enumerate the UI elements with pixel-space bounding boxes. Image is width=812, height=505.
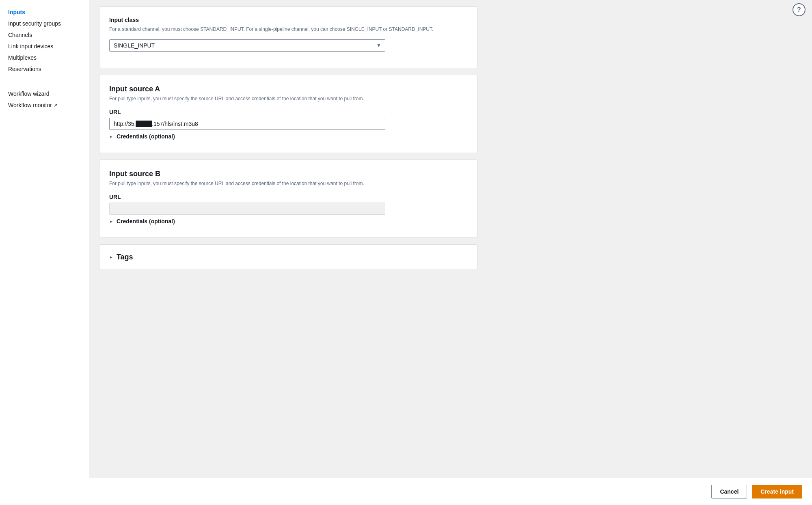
sidebar-item-channels[interactable]: Channels bbox=[0, 29, 89, 41]
sidebar-item-link-input-devices[interactable]: Link input devices bbox=[0, 41, 89, 52]
tags-title: Tags bbox=[117, 253, 133, 261]
input-source-a-url-label: URL bbox=[109, 109, 467, 115]
input-class-select[interactable]: SINGLE_INPUT STANDARD_INPUT bbox=[109, 39, 385, 52]
sidebar-item-workflow-wizard[interactable]: Workflow wizard bbox=[0, 88, 89, 99]
sidebar-item-input-security-groups[interactable]: Input security groups bbox=[0, 18, 89, 29]
help-button[interactable]: ? bbox=[793, 3, 806, 16]
external-link-icon: ↗ bbox=[54, 103, 57, 108]
chevron-right-tags-icon: ► bbox=[109, 255, 113, 259]
input-source-b-url-input[interactable] bbox=[109, 203, 385, 215]
input-class-select-wrapper: SINGLE_INPUT STANDARD_INPUT ▼ bbox=[109, 39, 385, 52]
input-source-a-title: Input source A bbox=[109, 85, 467, 93]
input-source-b-card: Input source B For pull type inputs, you… bbox=[99, 160, 477, 238]
input-source-b-url-section: URL bbox=[109, 194, 467, 215]
input-class-group: Input class For a standard channel, you … bbox=[109, 17, 467, 52]
sidebar-item-multiplexes[interactable]: Multiplexes bbox=[0, 52, 89, 63]
chevron-right-icon-b: ► bbox=[109, 219, 113, 224]
input-source-b-credentials-toggle[interactable]: ► Credentials (optional) bbox=[109, 215, 467, 228]
input-source-a-url-input[interactable] bbox=[109, 118, 385, 130]
input-class-description: For a standard channel, you must choose … bbox=[109, 26, 467, 33]
sidebar-nav-group1: Inputs Input security groups Channels Li… bbox=[0, 6, 89, 75]
main-content: Input class For a standard channel, you … bbox=[89, 0, 812, 505]
input-source-a-card: Input source A For pull type inputs, you… bbox=[99, 75, 477, 153]
sidebar-item-workflow-monitor[interactable]: Workflow monitor ↗ bbox=[0, 99, 89, 111]
input-source-a-credentials-toggle[interactable]: ► Credentials (optional) bbox=[109, 130, 467, 143]
content-wrapper: Input class For a standard channel, you … bbox=[89, 0, 487, 283]
input-class-label: Input class bbox=[109, 17, 467, 23]
question-mark-icon: ? bbox=[797, 6, 801, 13]
sidebar-nav-group2: Workflow wizard Workflow monitor ↗ bbox=[0, 88, 89, 111]
cancel-button[interactable]: Cancel bbox=[711, 485, 747, 499]
input-source-b-title: Input source B bbox=[109, 170, 467, 178]
input-source-a-description: For pull type inputs, you must specify t… bbox=[109, 95, 467, 102]
input-class-card: Input class For a standard channel, you … bbox=[99, 6, 477, 68]
sidebar-item-inputs[interactable]: Inputs bbox=[0, 6, 89, 18]
input-source-b-description: For pull type inputs, you must specify t… bbox=[109, 180, 467, 187]
input-source-b-url-label: URL bbox=[109, 194, 467, 200]
chevron-right-icon: ► bbox=[109, 134, 113, 139]
tags-card: ► Tags bbox=[99, 244, 477, 270]
footer-bar: Cancel Create input bbox=[89, 478, 812, 505]
help-icon-container: ? bbox=[793, 3, 806, 16]
sidebar: Inputs Input security groups Channels Li… bbox=[0, 0, 89, 505]
sidebar-divider bbox=[8, 83, 81, 83]
input-source-b-credentials-label: Credentials (optional) bbox=[117, 218, 175, 224]
input-source-a-url-section: URL bbox=[109, 109, 467, 130]
create-input-button[interactable]: Create input bbox=[752, 485, 802, 499]
sidebar-item-reservations[interactable]: Reservations bbox=[0, 63, 89, 75]
input-source-a-credentials-label: Credentials (optional) bbox=[117, 133, 175, 140]
tags-toggle[interactable]: ► Tags bbox=[109, 253, 467, 261]
